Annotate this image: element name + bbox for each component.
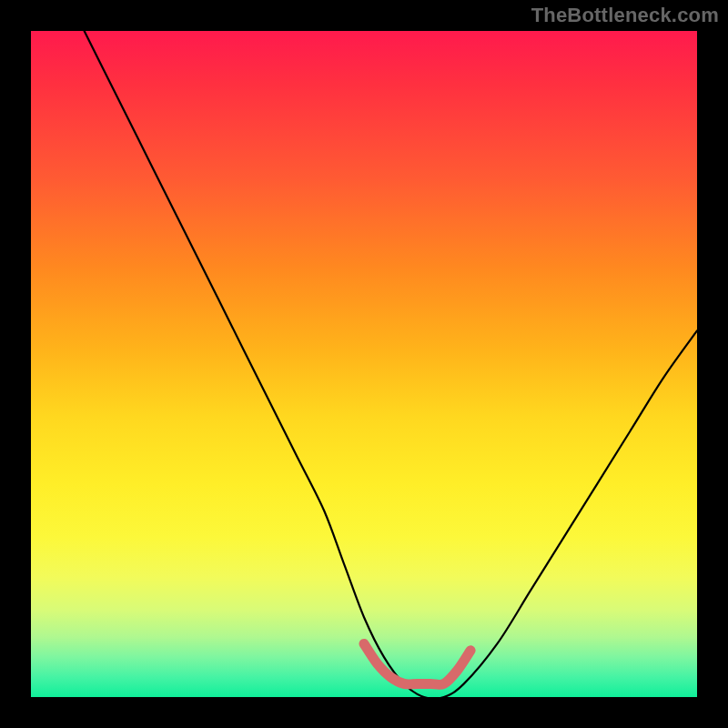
chart-svg [31, 31, 697, 697]
chart-area [31, 31, 697, 697]
bottleneck-curve [85, 31, 697, 697]
watermark-text: TheBottleneck.com [531, 4, 719, 27]
